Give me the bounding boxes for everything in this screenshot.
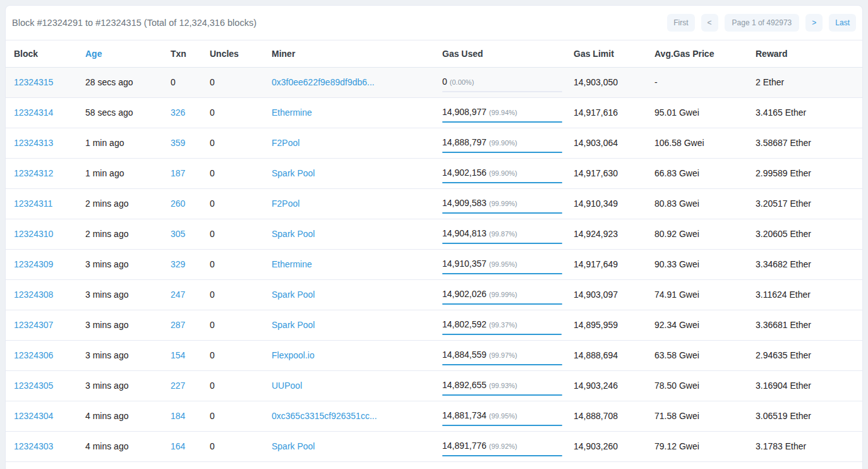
uncles-cell: 0: [205, 310, 267, 340]
uncles-cell: 0: [205, 431, 267, 461]
column-header-uncles: Uncles: [205, 40, 267, 67]
txn-count-link[interactable]: 227: [171, 381, 185, 391]
block-number-link[interactable]: 12324314: [14, 107, 53, 118]
avg-gas-price-cell: 79.12 Gwei: [649, 431, 750, 461]
gas-used-bar-fill: [442, 212, 562, 214]
txn-count-link[interactable]: 187: [171, 168, 185, 178]
gas-used-bar-fill: [442, 182, 562, 183]
avg-gas-price-cell: 66.83 Gwei: [649, 158, 750, 188]
gas-limit-cell: 14,910,349: [569, 188, 649, 219]
avg-gas-price-cell: -: [649, 67, 750, 97]
txn-count-link[interactable]: 260: [171, 198, 185, 209]
gas-limit-cell: 14,917,630: [569, 158, 649, 188]
miner-link[interactable]: F2Pool: [272, 138, 299, 148]
gas-used-cell: 0(0.00%): [437, 67, 569, 97]
chevron-left-icon: <: [708, 18, 712, 27]
column-header-age-sort-link[interactable]: Age: [85, 49, 102, 59]
gas-used-value: 14,908,977: [442, 107, 486, 117]
block-number-link[interactable]: 12324312: [14, 168, 53, 178]
age-cell: 3 mins ago: [80, 279, 166, 310]
txn-count-link[interactable]: 164: [171, 441, 185, 451]
reward-cell: 3.16904 Ether: [750, 370, 862, 401]
miner-link[interactable]: 0x3f0ee622f9e89df9db6...: [272, 77, 375, 87]
uncles-cell: 0: [205, 188, 267, 219]
uncles-cell: 0: [205, 249, 267, 279]
miner-link[interactable]: Spark Pool: [272, 320, 315, 330]
last-page-button[interactable]: Last: [829, 14, 856, 32]
txn-count-link[interactable]: 305: [171, 229, 185, 239]
gas-limit-cell: 14,903,064: [569, 128, 649, 158]
gas-used-bar-fill: [442, 243, 562, 244]
miner-link[interactable]: UUPool: [272, 381, 302, 391]
txn-count-link[interactable]: 329: [171, 259, 185, 269]
miner-link[interactable]: Ethermine: [272, 107, 312, 118]
miner-link[interactable]: Spark Pool: [272, 229, 315, 239]
table-row: 12324306 3 mins ago 154 0 Flexpool.io 14…: [6, 340, 862, 370]
gas-used-bar-track: [442, 455, 562, 456]
table-row: 12324309 3 mins ago 329 0 Ethermine 14,9…: [6, 249, 862, 279]
block-number-link[interactable]: 12324311: [14, 198, 52, 209]
block-number-link[interactable]: 12324309: [14, 259, 53, 269]
miner-link[interactable]: Ethermine: [272, 259, 312, 269]
gas-limit-cell: 14,903,050: [569, 67, 649, 97]
card-header: Block #12324291 to #12324315 (Total of 1…: [6, 6, 862, 40]
block-number-link[interactable]: 12324304: [14, 411, 53, 421]
column-header-txn: Txn: [166, 40, 205, 67]
first-page-button: First: [667, 14, 694, 32]
txn-count-link[interactable]: 247: [171, 289, 185, 300]
txn-count-link[interactable]: 184: [171, 411, 185, 421]
gas-used-percent: (99.97%): [489, 351, 517, 359]
block-number-link[interactable]: 12324307: [14, 320, 53, 330]
gas-limit-cell: 14,917,616: [569, 97, 649, 128]
gas-used-cell: 14,909,583(99.99%): [437, 188, 569, 219]
txn-count-link[interactable]: 154: [171, 350, 185, 360]
avg-gas-price-cell: 71.58 Gwei: [649, 401, 750, 431]
gas-used-bar-track: [442, 364, 562, 365]
table-row: 12324305 3 mins ago 227 0 UUPool 14,892,…: [6, 370, 862, 401]
txn-count-link[interactable]: 326: [171, 107, 185, 118]
gas-used-bar-fill: [442, 334, 562, 335]
miner-link[interactable]: 0xc365c3315cf926351cc...: [272, 411, 377, 421]
gas-used-cell: 14,910,357(99.95%): [437, 249, 569, 279]
gas-limit-cell: 14,895,959: [569, 310, 649, 340]
age-cell: 3 mins ago: [80, 310, 166, 340]
gas-used-bar-track: [442, 212, 562, 214]
miner-link[interactable]: Spark Pool: [272, 289, 315, 300]
block-number-link[interactable]: 12324308: [14, 289, 53, 300]
gas-used-bar-track: [442, 303, 562, 305]
gas-used-value: 14,802,592: [442, 319, 486, 329]
miner-link[interactable]: Spark Pool: [272, 441, 315, 451]
gas-used-cell: 14,884,559(99.97%): [437, 340, 569, 370]
gas-used-cell: 14,802,592(99.37%): [437, 310, 569, 340]
gas-used-percent: (99.87%): [489, 230, 517, 238]
chevron-right-icon: >: [812, 18, 816, 27]
reward-cell: 3.4165 Ether: [750, 97, 862, 128]
block-number-link[interactable]: 12324310: [14, 229, 53, 239]
miner-link[interactable]: Spark Pool: [272, 168, 315, 178]
gas-limit-cell: 14,888,708: [569, 401, 649, 431]
table-row: 12324304 4 mins ago 184 0 0xc365c3315cf9…: [6, 401, 862, 431]
miner-link[interactable]: Flexpool.io: [272, 350, 315, 360]
gas-used-bar-track: [442, 91, 562, 92]
blocks-table: Block Age Txn Uncles Miner Gas Used Gas …: [6, 40, 862, 462]
miner-link[interactable]: F2Pool: [272, 198, 299, 209]
block-number-link[interactable]: 12324303: [14, 441, 53, 451]
gas-used-percent: (99.99%): [489, 291, 517, 298]
txn-count-link[interactable]: 359: [171, 138, 185, 148]
next-page-button[interactable]: >: [805, 14, 823, 32]
column-header-avg-gas-price: Avg.Gas Price: [649, 40, 750, 67]
block-number-link[interactable]: 12324315: [14, 77, 53, 87]
gas-used-bar-fill: [442, 394, 562, 396]
gas-used-value: 0: [442, 76, 447, 87]
gas-used-bar-fill: [442, 273, 562, 274]
block-number-link[interactable]: 12324305: [14, 381, 53, 391]
txn-count-link[interactable]: 287: [171, 320, 185, 330]
avg-gas-price-cell: 80.92 Gwei: [649, 219, 750, 249]
block-number-link[interactable]: 12324313: [14, 138, 53, 148]
gas-used-value: 14,902,156: [442, 168, 486, 178]
gas-used-bar-fill: [442, 364, 562, 365]
avg-gas-price-cell: 74.91 Gwei: [649, 279, 750, 310]
reward-cell: 2 Ether: [750, 67, 862, 97]
block-number-link[interactable]: 12324306: [14, 350, 53, 360]
gas-used-bar-track: [442, 394, 562, 396]
